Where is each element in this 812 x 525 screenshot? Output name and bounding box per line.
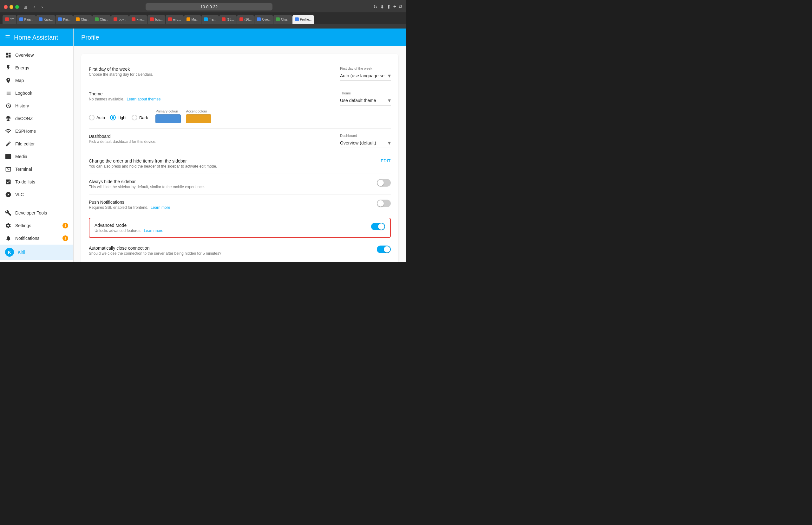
- tab-youtube[interactable]: YT: [2, 15, 16, 24]
- sidebar-item-esphome[interactable]: ESPHome: [0, 125, 73, 137]
- minimize-button[interactable]: [10, 5, 13, 9]
- forward-button[interactable]: ›: [40, 4, 45, 10]
- sidebar-item-media[interactable]: Media: [0, 150, 73, 163]
- sidebar-item-label: Developer Tools: [15, 210, 47, 215]
- dashboard-select-value: Overview (default): [340, 140, 376, 146]
- radio-auto[interactable]: Auto: [89, 115, 105, 120]
- tab-kiri[interactable]: Kiri...: [56, 15, 73, 24]
- tab-ove[interactable]: Ove...: [255, 15, 273, 24]
- tab-tra[interactable]: Tra...: [201, 15, 219, 24]
- window-controls-icon[interactable]: ⊞: [21, 4, 29, 10]
- reload-icon[interactable]: ↻: [373, 4, 377, 10]
- theme-select[interactable]: Theme Use default theme ▾: [340, 91, 391, 105]
- accent-colour-label: Accent colour: [186, 109, 211, 113]
- push-toggle[interactable]: [377, 200, 391, 207]
- tab-kaja1[interactable]: Kaja...: [17, 15, 36, 24]
- sidebar-item-settings[interactable]: Settings 1: [0, 219, 73, 232]
- always-hide-toggle[interactable]: [377, 179, 391, 186]
- advanced-learn-more-link[interactable]: Learn more: [144, 228, 163, 233]
- close-button[interactable]: [4, 5, 8, 9]
- primary-colour-swatch[interactable]: [156, 115, 181, 123]
- notifications-icon: [5, 235, 11, 241]
- maximize-button[interactable]: [15, 5, 19, 9]
- learn-about-themes-link[interactable]: Learn about themes: [127, 97, 160, 101]
- developer-tools-icon: [5, 210, 11, 216]
- sidebar-item-todo[interactable]: To-do lists: [0, 176, 73, 188]
- theme-chevron-down-icon: ▾: [388, 97, 391, 104]
- tab-buy2[interactable]: buy...: [147, 15, 165, 24]
- sidebar-item-label: History: [15, 103, 29, 108]
- tab-icon: [295, 17, 299, 21]
- advanced-mode-desc: Unlocks advanced features. Learn more: [95, 228, 366, 233]
- always-hide-toggle-knob: [377, 180, 384, 186]
- terminal-icon: [5, 166, 11, 172]
- sidebar-item-overview[interactable]: Overview: [0, 49, 73, 61]
- theme-control[interactable]: Theme Use default theme ▾: [340, 91, 391, 105]
- radio-light-dot: [112, 116, 114, 119]
- tabs-icon[interactable]: ⧉: [399, 4, 402, 10]
- sidebar-item-terminal[interactable]: Terminal: [0, 163, 73, 176]
- new-tab-icon[interactable]: +: [393, 4, 396, 10]
- tab-icon: [39, 17, 43, 21]
- tab-profile[interactable]: Profile...: [292, 15, 314, 24]
- dashboard-control[interactable]: Dashboard Overview (default) ▾: [340, 134, 391, 148]
- advanced-mode-toggle[interactable]: [371, 223, 385, 230]
- radio-auto-label: Auto: [97, 115, 105, 120]
- setting-dashboard: Dashboard Pick a default dashboard for t…: [89, 129, 391, 153]
- tab-cha2[interactable]: Cha...: [92, 15, 111, 24]
- sidebar-item-file-editor[interactable]: File editor: [0, 137, 73, 150]
- address-bar[interactable]: 10.0.0.32: [146, 3, 273, 11]
- tab-npo1[interactable]: нпо...: [129, 15, 147, 24]
- tab-buy1[interactable]: buy...: [111, 15, 129, 24]
- push-learn-more-link[interactable]: Learn more: [151, 205, 170, 210]
- tab-cha1[interactable]: Cha...: [73, 15, 92, 24]
- sidebar-item-history[interactable]: History: [0, 100, 73, 112]
- tab-16-1[interactable]: (16...: [219, 15, 237, 24]
- sidebar-item-user[interactable]: K Kiril: [0, 244, 73, 260]
- dashboard-select-row[interactable]: Overview (default) ▾: [340, 138, 391, 148]
- tab-cha3[interactable]: Cha...: [273, 15, 292, 24]
- sidebar-item-deconz[interactable]: deCONZ: [0, 112, 73, 125]
- color-swatches: Primary colour Accent colour: [156, 109, 211, 123]
- push-toggle-knob: [377, 200, 384, 207]
- setting-info-theme: Theme No themes available. Learn about t…: [89, 91, 340, 101]
- setting-info-advanced: Advanced Mode Unlocks advanced features.…: [95, 223, 366, 233]
- tab-ma[interactable]: Ma...: [184, 15, 201, 24]
- tab-16-2[interactable]: (16...: [237, 15, 255, 24]
- deconz-icon: [5, 115, 11, 122]
- history-icon: [5, 103, 11, 109]
- sidebar-item-logbook[interactable]: Logbook: [0, 87, 73, 100]
- push-desc-prefix: Requires SSL enabled for frontend.: [89, 205, 148, 210]
- advanced-mode-toggle-knob: [378, 223, 385, 230]
- first-day-select-row[interactable]: Auto (use language se ▾: [340, 71, 391, 81]
- sidebar-menu-icon[interactable]: ☰: [5, 34, 10, 41]
- sidebar-item-energy[interactable]: Energy: [0, 61, 73, 74]
- first-day-select[interactable]: First day of the week Auto (use language…: [340, 66, 391, 81]
- back-button[interactable]: ‹: [32, 4, 37, 10]
- tab-npo2[interactable]: нпо...: [165, 15, 184, 24]
- sidebar-item-label: Notifications: [15, 236, 39, 241]
- auto-close-toggle[interactable]: [377, 245, 391, 253]
- sidebar-item-developer-tools[interactable]: Developer Tools: [0, 207, 73, 219]
- primary-colour-group: Primary colour: [156, 109, 181, 123]
- sidebar-item-map[interactable]: Map: [0, 74, 73, 87]
- radio-light[interactable]: Light: [110, 115, 127, 120]
- radio-dark-label: Dark: [139, 115, 148, 120]
- theme-desc: No themes available. Learn about themes: [89, 97, 340, 101]
- setting-info-always-hide: Always hide the sidebar This will hide t…: [89, 179, 372, 189]
- tab-kaja2[interactable]: Kaja...: [36, 15, 55, 24]
- tab-icon: [257, 17, 261, 21]
- accent-colour-swatch[interactable]: [186, 115, 211, 123]
- page-title: Profile: [81, 34, 99, 41]
- sidebar-item-vlc[interactable]: VLC: [0, 188, 73, 201]
- first-day-select-value: Auto (use language se: [340, 73, 385, 78]
- tab-icon: [222, 17, 226, 21]
- content-body: First day of the week Choose the startin…: [74, 46, 406, 262]
- dashboard-select[interactable]: Dashboard Overview (default) ▾: [340, 134, 391, 148]
- sidebar-item-notifications[interactable]: Notifications 1: [0, 232, 73, 244]
- radio-dark[interactable]: Dark: [132, 115, 148, 120]
- sidebar-order-edit[interactable]: EDIT: [381, 159, 391, 163]
- first-day-control[interactable]: First day of the week Auto (use language…: [340, 66, 391, 81]
- tab-icon: [95, 17, 99, 21]
- theme-select-row[interactable]: Use default theme ▾: [340, 96, 391, 105]
